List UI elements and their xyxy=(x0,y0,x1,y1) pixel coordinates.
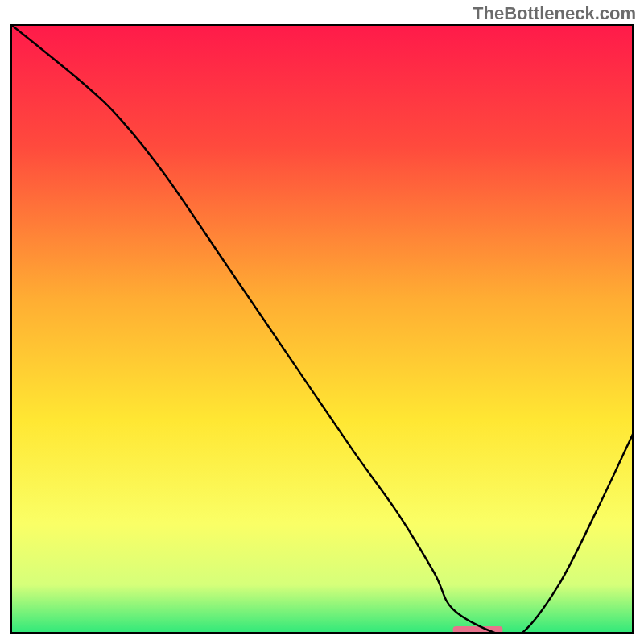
chart-background xyxy=(10,24,634,634)
bottleneck-chart xyxy=(10,24,634,634)
watermark-text: TheBottleneck.com xyxy=(473,3,636,24)
chart-container xyxy=(10,24,634,634)
